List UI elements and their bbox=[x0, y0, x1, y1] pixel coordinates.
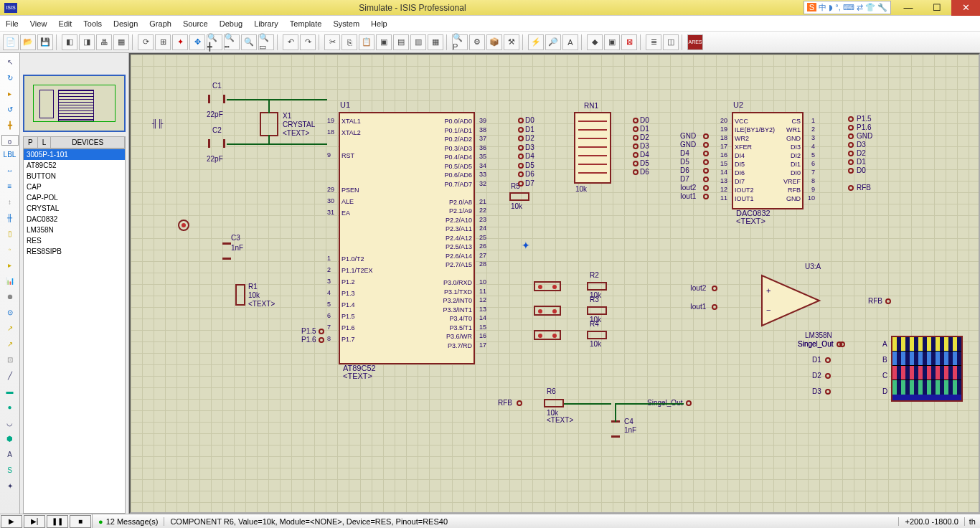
bus-tool[interactable]: ╫ bbox=[3, 212, 17, 225]
button-2[interactable] bbox=[534, 306, 561, 316]
component-u1[interactable]: U1 XTAL119XTAL218RST9PSEN29ALE30EA31P1.0… bbox=[339, 112, 475, 364]
menu-help[interactable]: Help bbox=[371, 19, 387, 28]
new-button[interactable]: 📄 bbox=[3, 34, 19, 50]
zoomall-button[interactable]: 🔍 bbox=[241, 34, 257, 50]
pick-button[interactable]: 🔍P bbox=[452, 34, 468, 50]
circle-tool[interactable]: ● bbox=[3, 401, 17, 414]
device-item[interactable]: BUTTON bbox=[24, 171, 125, 182]
open-button[interactable]: 📂 bbox=[20, 34, 36, 50]
device-item[interactable]: DAC0832 bbox=[24, 214, 125, 225]
maximize-button[interactable]: ☐ bbox=[923, 0, 951, 16]
junction-tool[interactable]: ╋ bbox=[3, 119, 17, 132]
generator-tool[interactable]: ⊙ bbox=[3, 306, 17, 319]
device-item[interactable]: CAP-POL bbox=[24, 192, 125, 203]
prop-button[interactable]: A bbox=[562, 34, 578, 50]
box-tool[interactable]: ▬ bbox=[3, 385, 17, 398]
schematic-canvas[interactable]: ✦ U1 XTAL119XTAL218RST9PSEN29ALE30EA31P1… bbox=[129, 53, 980, 514]
device-list[interactable]: 3005P-1-101AT89C52BUTTONCAPCAP-POLCRYSTA… bbox=[23, 148, 126, 514]
component-tool[interactable]: ▸ bbox=[3, 88, 17, 100]
zoomout-button[interactable]: 🔍╍ bbox=[224, 34, 240, 50]
ares-button[interactable]: ◫ bbox=[663, 34, 679, 50]
stop-button[interactable]: ■ bbox=[70, 515, 91, 528]
bom-button[interactable]: ≣ bbox=[646, 34, 661, 50]
menu-library[interactable]: Library bbox=[254, 19, 278, 28]
component-c2[interactable] bbox=[208, 139, 225, 148]
component-r1[interactable] bbox=[235, 284, 245, 306]
redo-button[interactable]: ↷ bbox=[300, 34, 316, 50]
menu-edit[interactable]: Edit bbox=[58, 19, 72, 28]
erc-button[interactable]: ⊠ bbox=[621, 34, 637, 50]
search-button[interactable]: 🔎 bbox=[545, 34, 561, 50]
wire-toggle-button[interactable]: ⚡ bbox=[528, 34, 544, 50]
terminal-tool[interactable]: ◦ bbox=[3, 243, 17, 256]
overview-panel[interactable] bbox=[23, 75, 126, 132]
button-component[interactable] bbox=[178, 220, 189, 231]
cut-button[interactable]: ✂ bbox=[324, 34, 340, 50]
grid-button[interactable]: ⊞ bbox=[155, 34, 171, 50]
selection-tool[interactable]: ↖ bbox=[3, 56, 17, 69]
refresh-button[interactable]: ⟳ bbox=[138, 34, 154, 50]
package-button[interactable]: 📦 bbox=[486, 34, 502, 50]
copy-button[interactable]: ⎘ bbox=[341, 34, 357, 50]
button-1[interactable] bbox=[534, 281, 561, 291]
blockcopy-button[interactable]: ▣ bbox=[376, 34, 392, 50]
coord-input[interactable]: 0 bbox=[1, 135, 19, 146]
menu-template[interactable]: Template bbox=[290, 19, 322, 28]
blockmove-button[interactable]: ▤ bbox=[393, 34, 409, 50]
close-button[interactable]: ✕ bbox=[951, 0, 980, 16]
pause-button[interactable]: ❚❚ bbox=[47, 515, 68, 528]
oscilloscope[interactable] bbox=[891, 336, 963, 402]
component-r4[interactable] bbox=[587, 331, 607, 339]
step-button[interactable]: ▶| bbox=[24, 515, 45, 528]
zoomarea-button[interactable]: 🔍▭ bbox=[258, 34, 274, 50]
zoomin-button[interactable]: 🔍╋ bbox=[207, 34, 222, 50]
component-r3[interactable] bbox=[587, 306, 607, 315]
area-button[interactable]: ▦ bbox=[113, 34, 129, 50]
component-rn1[interactable]: RN1 10k bbox=[574, 112, 611, 184]
rotate-icon[interactable]: ↺ bbox=[3, 103, 17, 116]
mirror-h-icon[interactable]: ↔ bbox=[3, 164, 17, 177]
device-item[interactable]: AT89C52 bbox=[24, 160, 125, 171]
ime-indicator[interactable]: S中 ◗ °, ⌨ ⇄ 👕 🔧 bbox=[804, 1, 891, 14]
component-r5[interactable] bbox=[509, 192, 529, 201]
play-button[interactable]: ▶ bbox=[1, 515, 22, 528]
undo-button[interactable]: ↶ bbox=[283, 34, 298, 50]
ares-launch-button[interactable]: ARES bbox=[687, 34, 703, 50]
decomp-button[interactable]: ⚒ bbox=[504, 34, 519, 50]
menu-view[interactable]: View bbox=[30, 19, 47, 28]
pin-tool[interactable]: ▸ bbox=[3, 259, 17, 272]
tape-tool[interactable]: ⏺ bbox=[3, 291, 17, 303]
component-x1[interactable] bbox=[260, 112, 278, 136]
minimize-button[interactable]: — bbox=[894, 0, 923, 16]
menu-tools[interactable]: Tools bbox=[83, 19, 102, 28]
subcircuit-tool[interactable]: ▯ bbox=[3, 227, 17, 240]
component-c3[interactable] bbox=[222, 242, 231, 260]
label-tool[interactable]: LBL bbox=[3, 148, 17, 161]
graph-tool[interactable]: 📊 bbox=[3, 275, 17, 288]
device-item[interactable]: RES bbox=[24, 235, 125, 246]
paste-button[interactable]: 📋 bbox=[359, 34, 374, 50]
netlist-button[interactable]: ▣ bbox=[604, 34, 620, 50]
line-tool[interactable]: ╱ bbox=[3, 369, 17, 382]
arc-tool[interactable]: ◡ bbox=[3, 417, 17, 430]
import-button[interactable]: ◧ bbox=[62, 34, 77, 50]
menu-graph[interactable]: Graph bbox=[149, 19, 171, 28]
print-button[interactable]: 🖶 bbox=[96, 34, 112, 50]
pick-p-button[interactable]: P bbox=[24, 137, 38, 148]
device-item[interactable]: LM358N bbox=[24, 225, 125, 235]
probe-i-tool[interactable]: ↗ bbox=[3, 338, 17, 351]
symbol-tool[interactable]: S bbox=[3, 464, 17, 477]
menu-source[interactable]: Source bbox=[183, 19, 208, 28]
component-c1[interactable] bbox=[208, 95, 225, 103]
button-3[interactable] bbox=[534, 330, 561, 340]
menu-debug[interactable]: Debug bbox=[220, 19, 242, 28]
component-u2[interactable]: U2 VCC20ILE(BY1/BY2)19WR218XFER17DI416DI… bbox=[732, 112, 804, 209]
component-r6[interactable] bbox=[544, 399, 564, 407]
pan-button[interactable]: ✥ bbox=[189, 34, 205, 50]
probe-v-tool[interactable]: ↗ bbox=[3, 322, 17, 335]
text-tool[interactable]: A bbox=[3, 448, 17, 461]
device-item[interactable]: CAP bbox=[24, 182, 125, 192]
menu-file[interactable]: File bbox=[6, 19, 19, 28]
export-button[interactable]: ◨ bbox=[79, 34, 95, 50]
redo-icon[interactable]: ↻ bbox=[3, 72, 17, 85]
